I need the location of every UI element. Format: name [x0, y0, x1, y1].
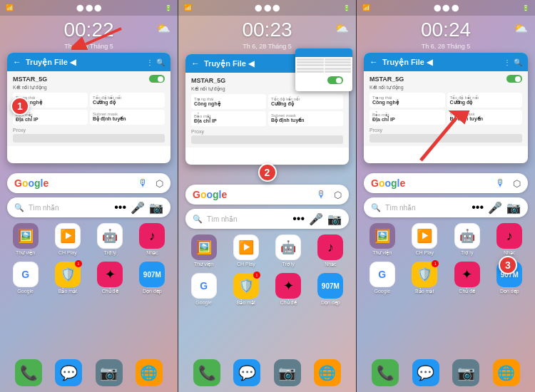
app-google-icon-2[interactable]: G: [191, 273, 217, 299]
google-bar-1[interactable]: Google 🎙 ⬡: [7, 173, 170, 193]
app-security-icon-1[interactable]: 🛡️1: [55, 262, 81, 287]
dock-camera-1[interactable]: 📷: [96, 359, 123, 386]
mic-search-icon-1[interactable]: 🎤: [131, 201, 145, 215]
dock-message-2[interactable]: 💬: [233, 359, 260, 386]
app-card-title-1: Truyện File ◀: [26, 58, 142, 67]
search-bar-3[interactable]: 🔍 Tìm nhắn ••• 🎤 📷: [364, 197, 528, 217]
search-bar-icon-2: 🔍: [193, 215, 203, 224]
clock-3: 00:24: [357, 16, 535, 43]
app-music-label-1: Nhạc: [146, 250, 158, 256]
mic-icon-3[interactable]: 🎙: [496, 177, 506, 189]
app-google-1[interactable]: G Google: [6, 262, 45, 294]
mini-preview-2: [295, 48, 352, 91]
dock-browser-2[interactable]: 🌐: [314, 359, 341, 386]
app-switcher-1[interactable]: ← Truyện File ◀ ⋮ 🔍 MSTAR_5G Kết nối tự …: [7, 53, 170, 170]
dock-phone-3[interactable]: 📞: [372, 359, 399, 386]
dock-browser-1[interactable]: 🌐: [136, 359, 163, 386]
app-security-1[interactable]: 🛡️1 Bảo mật: [48, 262, 87, 294]
app-google-icon-1[interactable]: G: [13, 262, 39, 287]
toggle-1[interactable]: [149, 75, 165, 83]
app-music-1[interactable]: ♪ Nhạc: [133, 223, 172, 256]
camera-search-icon-2[interactable]: 📷: [327, 212, 342, 226]
mini-preview-body-2: [295, 57, 352, 75]
app-security-icon-2[interactable]: 🛡️1: [233, 273, 259, 299]
lens-icon-3[interactable]: ⬡: [513, 178, 521, 189]
app-card-subtitle-row-1: MSTAR_5G: [13, 75, 165, 83]
app-chplay-icon-1[interactable]: ▶️: [55, 223, 81, 249]
wifi-icon-3: 📶: [362, 4, 370, 11]
search-icon-1: 🔍: [156, 58, 165, 66]
app-assistant-icon-1[interactable]: 🤖: [97, 223, 123, 249]
app-card-3[interactable]: ← Truyện File ◀ ⋮ 🔍 MSTAR_5G Kết nối tự …: [364, 53, 528, 163]
app-switcher-2[interactable]: ← Truyện File ◀ ⋮ 🔍 MSTAR_5G Kết nối tự …: [185, 54, 349, 172]
app-chplay-1[interactable]: ▶️ CH Play: [48, 223, 87, 256]
dock-camera-3[interactable]: 📷: [452, 359, 479, 386]
app-card-header-1: ← Truyện File ◀ ⋮ 🔍: [7, 53, 170, 71]
app-cleaner-label-1: Dọn dẹp: [143, 289, 162, 294]
search-bar-1[interactable]: 🔍 Tìm nhắn ••• 🎤 📷: [7, 197, 170, 217]
app-cleaner-icon-2[interactable]: 907M: [317, 273, 343, 299]
mic-icon-1[interactable]: 🎙: [138, 177, 148, 189]
app-music-icon-1[interactable]: ♪: [139, 223, 165, 249]
wifi-icon-2: 📶: [184, 4, 192, 11]
google-bar-2[interactable]: Google 🎙 ⬡: [185, 185, 349, 205]
dock-2: 📞 💬 📷 🌐: [178, 359, 356, 386]
app-music-icon-2[interactable]: ♪: [317, 234, 343, 260]
step-badge-wrap-2: 2: [258, 163, 277, 182]
dots-icon-1: •••: [114, 201, 126, 214]
menu-icon-1: ⋮: [146, 58, 153, 66]
lens-icon-1[interactable]: ⬡: [156, 178, 163, 189]
app-music-icon-3[interactable]: ♪: [496, 223, 522, 249]
camera-search-icon-1[interactable]: 📷: [149, 201, 163, 215]
phone-panel-1: 📶 ⬤ ⬤ ⬤ 🔋 00:22 Th 6, 28 Tháng 5 ⛅ ← Tru…: [0, 0, 178, 392]
search-bar-actions-1: ••• 🎤 📷: [114, 201, 163, 215]
app-chplay-icon-3[interactable]: ▶️: [412, 223, 437, 249]
app-card-body-3: MSTAR_5G Kết nối tự động Trạng thái Công…: [364, 71, 528, 146]
dock-phone-1[interactable]: 📞: [15, 359, 42, 386]
app-theme-icon-3[interactable]: ✦: [454, 262, 480, 287]
mic-search-icon-3[interactable]: 🎤: [488, 201, 502, 215]
app-assistant-icon-2[interactable]: 🤖: [275, 234, 301, 260]
lens-icon-2[interactable]: ⬡: [334, 190, 342, 200]
app-assistant-1[interactable]: 🤖 Trợ lý: [91, 223, 130, 256]
mic-search-icon-2[interactable]: 🎤: [309, 212, 323, 226]
app-cleaner-1[interactable]: 907M Dọn dẹp: [133, 262, 172, 294]
mic-icon-2[interactable]: 🎙: [317, 189, 327, 200]
google-logo-2: Google: [193, 189, 227, 200]
app-library-icon-3[interactable]: 🖼️: [370, 223, 395, 249]
app-library-icon-2[interactable]: 🖼️: [191, 234, 217, 260]
search-bar-2[interactable]: 🔍 Tìm nhắn ••• 🎤 📷: [185, 209, 349, 229]
status-time-1: ⬤ ⬤ ⬤: [76, 4, 101, 11]
app-security-icon-3[interactable]: 🛡️1: [412, 262, 437, 287]
dock-phone-2[interactable]: 📞: [193, 359, 220, 386]
dock-camera-2[interactable]: 📷: [274, 359, 301, 386]
app-cleaner-icon-1[interactable]: 907M: [139, 262, 165, 287]
app-library-icon-1[interactable]: 🖼️: [13, 223, 39, 249]
app-theme-1[interactable]: ✦ Chủ đề: [91, 262, 130, 294]
toggle-3[interactable]: [506, 75, 522, 83]
app-chplay-icon-2[interactable]: ▶️: [233, 234, 259, 260]
google-bar-3[interactable]: Google 🎙 ⬡: [364, 173, 528, 193]
app-switcher-3[interactable]: ← Truyện File ◀ ⋮ 🔍 MSTAR_5G Kết nối tự …: [364, 53, 528, 170]
app-theme-icon-1[interactable]: ✦: [97, 262, 123, 287]
app-assistant-icon-3[interactable]: 🤖: [454, 223, 480, 249]
dots-icon-3: •••: [472, 201, 484, 214]
search-bar-placeholder-2: Tìm nhắn: [207, 215, 288, 223]
clock-2: 00:23: [178, 16, 356, 43]
status-left-1: 📶: [6, 4, 14, 11]
dock-message-3[interactable]: 💬: [412, 359, 439, 386]
app-card-body-1: MSTAR_5G Kết nối tự động Trạng thái Công…: [7, 71, 170, 146]
toggle-2[interactable]: [327, 76, 343, 84]
google-logo-1: Google: [14, 177, 49, 189]
proxy-label-1: Proxy: [13, 128, 165, 133]
app-google-icon-3[interactable]: G: [370, 262, 395, 287]
app-card-1[interactable]: ← Truyện File ◀ ⋮ 🔍 MSTAR_5G Kết nối tự …: [7, 53, 170, 163]
camera-search-icon-3[interactable]: 📷: [506, 201, 521, 215]
app-library-1[interactable]: 🖼️ Thư viện: [6, 223, 45, 256]
dock-browser-3[interactable]: 🌐: [493, 359, 520, 386]
app-card-grid-2: Trạng thái Công nghệ Tốc độ kết nối Cườn…: [191, 94, 343, 126]
app-subtitle-3: MSTAR_5G: [370, 76, 404, 83]
dock-message-1[interactable]: 💬: [55, 359, 82, 386]
app-theme-icon-2[interactable]: ✦: [275, 273, 301, 299]
mini-preview-header-2: [295, 48, 352, 57]
